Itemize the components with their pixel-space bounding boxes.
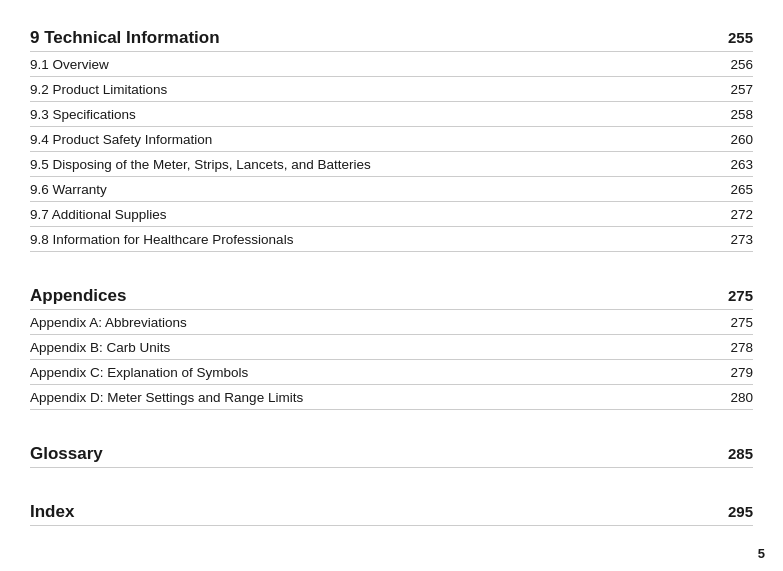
section-glossary: Glossary285: [30, 444, 753, 468]
toc-row-page: 279: [723, 365, 753, 380]
section-header-glossary: Glossary285: [30, 444, 753, 468]
toc-row-page: 265: [723, 182, 753, 197]
toc-row-page: 278: [723, 340, 753, 355]
toc-row: Appendix B: Carb Units278: [30, 335, 753, 360]
toc-row-page: 257: [723, 82, 753, 97]
toc-row: 9.5 Disposing of the Meter, Strips, Lanc…: [30, 152, 753, 177]
toc-row-page: 263: [723, 157, 753, 172]
toc-row-page: 273: [723, 232, 753, 247]
toc-row: 9.2 Product Limitations257: [30, 77, 753, 102]
section-header-appendices: Appendices275: [30, 286, 753, 310]
toc-row-page: 272: [723, 207, 753, 222]
page-number: 5: [758, 546, 765, 561]
section-page-technical-information: 255: [728, 29, 753, 46]
section-page-index: 295: [728, 503, 753, 520]
toc-content: 9 Technical Information2559.1 Overview25…: [30, 28, 753, 526]
section-title-index: Index: [30, 502, 74, 522]
toc-row-label: 9.7 Additional Supplies: [30, 207, 167, 222]
toc-row-page: 256: [723, 57, 753, 72]
section-title-glossary: Glossary: [30, 444, 103, 464]
toc-row: 9.7 Additional Supplies272: [30, 202, 753, 227]
toc-row: 9.6 Warranty265: [30, 177, 753, 202]
section-technical-information: 9 Technical Information2559.1 Overview25…: [30, 28, 753, 252]
section-spacer: [30, 420, 753, 434]
section-header-technical-information: 9 Technical Information255: [30, 28, 753, 52]
toc-row-label: Appendix A: Abbreviations: [30, 315, 187, 330]
toc-row-page: 260: [723, 132, 753, 147]
toc-row-label: 9.1 Overview: [30, 57, 109, 72]
section-page-appendices: 275: [728, 287, 753, 304]
toc-row-label: 9.5 Disposing of the Meter, Strips, Lanc…: [30, 157, 371, 172]
toc-row-label: Appendix C: Explanation of Symbols: [30, 365, 248, 380]
toc-row-page: 280: [723, 390, 753, 405]
toc-row: 9.3 Specifications258: [30, 102, 753, 127]
toc-row-label: 9.6 Warranty: [30, 182, 107, 197]
toc-row-label: 9.3 Specifications: [30, 107, 136, 122]
toc-row: Appendix C: Explanation of Symbols279: [30, 360, 753, 385]
toc-row: Appendix A: Abbreviations275: [30, 310, 753, 335]
section-header-index: Index295: [30, 502, 753, 526]
toc-row-label: 9.4 Product Safety Information: [30, 132, 212, 147]
toc-row-label: Appendix D: Meter Settings and Range Lim…: [30, 390, 303, 405]
toc-row: 9.1 Overview256: [30, 52, 753, 77]
section-spacer: [30, 262, 753, 276]
toc-row-label: 9.2 Product Limitations: [30, 82, 167, 97]
toc-row: 9.8 Information for Healthcare Professio…: [30, 227, 753, 252]
toc-row: 9.4 Product Safety Information260: [30, 127, 753, 152]
toc-row: Appendix D: Meter Settings and Range Lim…: [30, 385, 753, 410]
toc-row-page: 258: [723, 107, 753, 122]
toc-row-label: Appendix B: Carb Units: [30, 340, 170, 355]
section-index: Index295: [30, 502, 753, 526]
toc-row-page: 275: [723, 315, 753, 330]
section-page-glossary: 285: [728, 445, 753, 462]
section-spacer: [30, 478, 753, 492]
section-title-technical-information: 9 Technical Information: [30, 28, 220, 48]
toc-row-label: 9.8 Information for Healthcare Professio…: [30, 232, 293, 247]
section-title-appendices: Appendices: [30, 286, 126, 306]
section-appendices: Appendices275Appendix A: Abbreviations27…: [30, 286, 753, 410]
